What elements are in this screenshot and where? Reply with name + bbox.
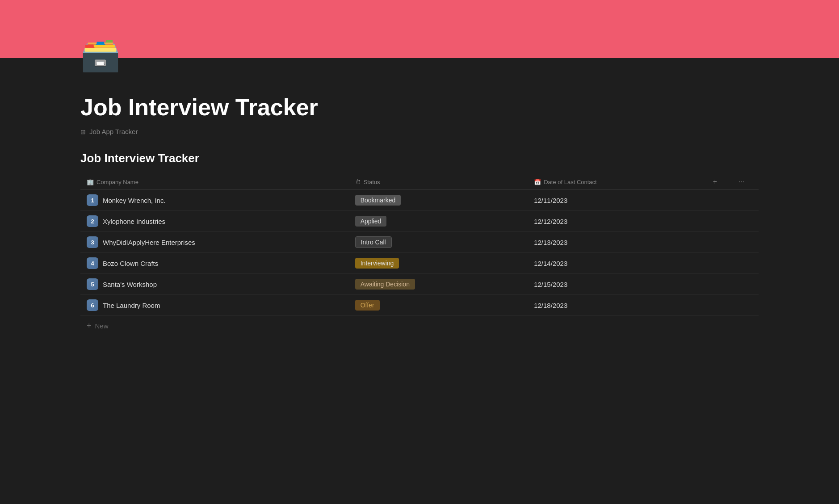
linked-db-link[interactable]: ⊞ Job App Tracker bbox=[80, 128, 759, 135]
date-col-label: Date of Last Contact bbox=[544, 179, 597, 185]
row-number-0: 1 bbox=[87, 194, 98, 206]
interview-table: 🏢 Company Name ⏱ Status 📅 Date of Last C… bbox=[80, 174, 759, 316]
date-cell-1: 12/12/2023 bbox=[528, 211, 706, 232]
row-add-2 bbox=[707, 232, 732, 253]
col-status-header: ⏱ Status bbox=[349, 174, 528, 190]
table-row[interactable]: 5 Santa's Workshop Awaiting Decision 12/… bbox=[80, 274, 759, 295]
company-name-1: Xylophone Industries bbox=[103, 218, 165, 225]
date-col-icon: 📅 bbox=[534, 179, 541, 185]
row-more-0 bbox=[732, 190, 759, 211]
page-title: Job Interview Tracker bbox=[80, 94, 759, 121]
row-number-4: 5 bbox=[87, 278, 98, 290]
company-cell-2: 3 WhyDidIApplyHere Enterprises bbox=[80, 232, 349, 253]
row-number-2: 3 bbox=[87, 236, 98, 248]
header-banner: 🗃️ bbox=[0, 0, 839, 58]
table-row[interactable]: 2 Xylophone Industries Applied 12/12/202… bbox=[80, 211, 759, 232]
col-add-header[interactable]: + bbox=[707, 174, 732, 190]
status-badge-4[interactable]: Awaiting Decision bbox=[355, 279, 415, 290]
status-cell-2[interactable]: Intro Call bbox=[349, 232, 528, 253]
table-row[interactable]: 6 The Laundry Room Offer 12/18/2023 bbox=[80, 295, 759, 316]
status-cell-5[interactable]: Offer bbox=[349, 295, 528, 316]
status-badge-5[interactable]: Offer bbox=[355, 300, 380, 311]
company-cell-1: 2 Xylophone Industries bbox=[80, 211, 349, 232]
table-body: 1 Monkey Wrench, Inc. Bookmarked 12/11/2… bbox=[80, 190, 759, 316]
status-badge-3[interactable]: Interviewing bbox=[355, 258, 399, 269]
row-more-4 bbox=[732, 274, 759, 295]
table-row[interactable]: 4 Bozo Clown Crafts Interviewing 12/14/2… bbox=[80, 253, 759, 274]
col-date-header: 📅 Date of Last Contact bbox=[528, 174, 706, 190]
row-add-1 bbox=[707, 211, 732, 232]
add-col-icon[interactable]: + bbox=[713, 178, 717, 185]
row-number-5: 6 bbox=[87, 299, 98, 311]
content-area: Job Interview Tracker ⊞ Job App Tracker … bbox=[0, 58, 839, 354]
company-name-0: Monkey Wrench, Inc. bbox=[103, 197, 166, 204]
page-icon: 🗃️ bbox=[80, 36, 121, 71]
status-badge-0[interactable]: Bookmarked bbox=[355, 195, 401, 206]
row-add-3 bbox=[707, 253, 732, 274]
company-cell-3: 4 Bozo Clown Crafts bbox=[80, 253, 349, 274]
section-title: Job Interview Tracker bbox=[80, 151, 759, 165]
company-name-5: The Laundry Room bbox=[103, 302, 160, 309]
company-cell-5: 6 The Laundry Room bbox=[80, 295, 349, 316]
company-cell-0: 1 Monkey Wrench, Inc. bbox=[80, 190, 349, 211]
company-cell-4: 5 Santa's Workshop bbox=[80, 274, 349, 295]
company-name-2: WhyDidIApplyHere Enterprises bbox=[103, 239, 195, 246]
row-more-2 bbox=[732, 232, 759, 253]
status-col-icon: ⏱ bbox=[355, 179, 361, 185]
col-company-header: 🏢 Company Name bbox=[80, 174, 349, 190]
company-col-icon: 🏢 bbox=[87, 179, 94, 185]
status-badge-2[interactable]: Intro Call bbox=[355, 236, 392, 248]
status-badge-1[interactable]: Applied bbox=[355, 216, 387, 227]
row-more-5 bbox=[732, 295, 759, 316]
company-name-4: Santa's Workshop bbox=[103, 281, 157, 288]
row-more-3 bbox=[732, 253, 759, 274]
date-cell-3: 12/14/2023 bbox=[528, 253, 706, 274]
table-row[interactable]: 3 WhyDidIApplyHere Enterprises Intro Cal… bbox=[80, 232, 759, 253]
col-more-header[interactable]: ··· bbox=[732, 174, 759, 190]
status-cell-1[interactable]: Applied bbox=[349, 211, 528, 232]
date-cell-0: 12/11/2023 bbox=[528, 190, 706, 211]
company-col-label: Company Name bbox=[96, 179, 138, 185]
table-row[interactable]: 1 Monkey Wrench, Inc. Bookmarked 12/11/2… bbox=[80, 190, 759, 211]
row-add-4 bbox=[707, 274, 732, 295]
linked-db-label: Job App Tracker bbox=[89, 128, 138, 135]
more-col-icon[interactable]: ··· bbox=[738, 178, 744, 185]
row-add-0 bbox=[707, 190, 732, 211]
new-row-button[interactable]: + New bbox=[80, 316, 759, 336]
date-cell-2: 12/13/2023 bbox=[528, 232, 706, 253]
status-col-label: Status bbox=[364, 179, 380, 185]
row-add-5 bbox=[707, 295, 732, 316]
new-row-label: New bbox=[95, 322, 109, 330]
company-name-3: Bozo Clown Crafts bbox=[103, 260, 158, 267]
new-row-plus-icon: + bbox=[87, 321, 92, 331]
date-cell-4: 12/15/2023 bbox=[528, 274, 706, 295]
date-cell-5: 12/18/2023 bbox=[528, 295, 706, 316]
row-number-3: 4 bbox=[87, 257, 98, 269]
status-cell-0[interactable]: Bookmarked bbox=[349, 190, 528, 211]
linked-db-icon: ⊞ bbox=[80, 128, 86, 135]
table-header-row: 🏢 Company Name ⏱ Status 📅 Date of Last C… bbox=[80, 174, 759, 190]
row-number-1: 2 bbox=[87, 215, 98, 227]
status-cell-3[interactable]: Interviewing bbox=[349, 253, 528, 274]
row-more-1 bbox=[732, 211, 759, 232]
status-cell-4[interactable]: Awaiting Decision bbox=[349, 274, 528, 295]
